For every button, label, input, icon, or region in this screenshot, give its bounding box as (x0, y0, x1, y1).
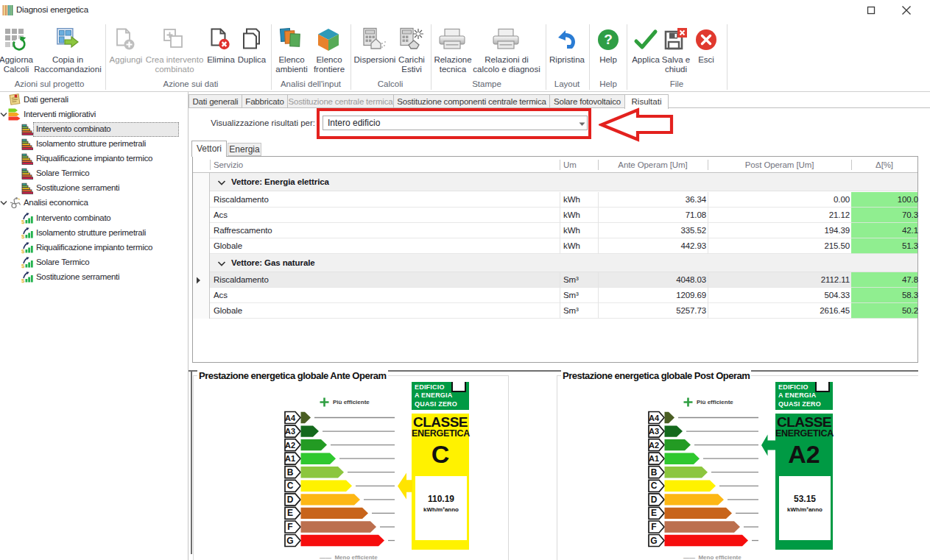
svg-text:A2: A2 (285, 441, 295, 450)
svg-text:F: F (287, 522, 292, 532)
svg-text:G: G (650, 536, 657, 546)
svg-text:C: C (651, 481, 658, 491)
svg-text:$: $ (21, 263, 25, 269)
svg-text:C: C (287, 481, 294, 491)
svg-text:G: G (286, 536, 293, 546)
svg-text:$: $ (21, 219, 25, 224)
svg-text:D: D (287, 495, 294, 505)
svg-text:A1: A1 (285, 454, 295, 463)
svg-text:A3: A3 (649, 427, 659, 436)
svg-text:$: $ (21, 233, 25, 239)
svg-text:E: E (651, 508, 657, 518)
svg-text:$: $ (21, 248, 25, 254)
svg-text:$: $ (21, 277, 25, 283)
svg-text:D: D (651, 495, 658, 505)
svg-text:?: ? (604, 32, 613, 47)
svg-text:B: B (651, 467, 658, 478)
svg-text:A4: A4 (285, 414, 296, 422)
svg-text:A4: A4 (649, 414, 660, 422)
svg-text:A1: A1 (649, 454, 659, 463)
svg-text:B: B (287, 467, 294, 478)
svg-text:A3: A3 (285, 427, 295, 436)
svg-text:E: E (287, 508, 293, 518)
svg-text:A2: A2 (649, 441, 659, 450)
svg-text:F: F (651, 522, 656, 532)
